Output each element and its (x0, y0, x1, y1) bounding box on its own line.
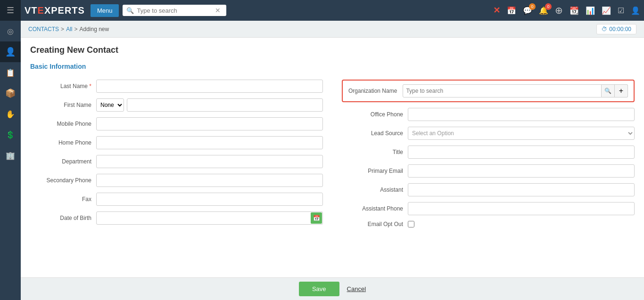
first-name-field-group: None Mr. Mrs. Ms. Dr. (96, 98, 323, 112)
department-label: Department (30, 158, 91, 165)
form-left-column: Last Name First Name None Mr. Mrs. Ms. (30, 80, 323, 227)
sidebar-item-dollar[interactable]: 💲 (0, 124, 21, 145)
bar-chart-icon[interactable]: 📊 (586, 6, 595, 15)
first-name-input[interactable] (127, 98, 323, 112)
timer-value: 00:00:00 (609, 26, 631, 32)
app-logo: VTEXPERTS (25, 5, 85, 16)
nav-search-box[interactable]: 🔍 ✕ (123, 5, 226, 16)
org-search-group: 🔍 + (403, 84, 628, 97)
sidebar-item-target[interactable]: ◎ (0, 21, 21, 41)
lead-source-select[interactable]: Select an Option Cold Call Existing Cust… (408, 127, 635, 140)
search-icon: 🔍 (126, 7, 134, 14)
dob-input[interactable] (96, 211, 323, 225)
page-footer: Save Cancel (21, 277, 644, 300)
area-chart-icon[interactable]: 📈 (602, 6, 611, 15)
breadcrumb-all[interactable]: All (66, 26, 72, 32)
mobile-phone-input[interactable] (96, 117, 323, 130)
breadcrumb-sep1: > (61, 26, 64, 32)
assistant-phone-label: Assistant Phone (342, 205, 403, 212)
first-name-label: First Name (30, 102, 91, 108)
assistant-input[interactable] (408, 183, 635, 196)
plus-icon[interactable]: ⊕ (555, 5, 563, 16)
home-phone-input[interactable] (96, 136, 323, 149)
title-label: Title (342, 149, 403, 155)
lead-source-label: Lead Source (342, 130, 403, 137)
nav-search-input[interactable] (137, 7, 212, 14)
bell-badge: 0 (545, 3, 552, 10)
sidebar-item-contacts[interactable]: 👤 (0, 41, 21, 62)
department-input[interactable] (96, 155, 323, 168)
assistant-phone-input[interactable] (408, 202, 635, 215)
office-phone-input[interactable] (408, 108, 635, 121)
section-basic-info: Basic Information (30, 63, 635, 73)
dob-row: Date of Birth 📅 (30, 211, 323, 225)
assistant-label: Assistant (342, 186, 403, 193)
calendar-icon[interactable]: 📅 (507, 6, 516, 15)
email-opt-out-label: Email Opt Out (342, 221, 403, 227)
last-name-row: Last Name (30, 80, 323, 93)
email-opt-out-checkbox[interactable] (408, 221, 414, 227)
org-search-button[interactable]: 🔍 (602, 84, 615, 97)
assistant-row: Assistant (342, 183, 635, 196)
sidebar-item-box[interactable]: 📦 (0, 83, 21, 104)
user-icon[interactable]: 👤 (631, 6, 640, 15)
page-content: Creating New Contact Basic Information L… (21, 38, 644, 300)
office-phone-label: Office Phone (342, 111, 403, 118)
sidebar: ☰ ◎ 👤 📋 📦 ✋ 💲 🏢 (0, 0, 21, 300)
menu-button[interactable]: Menu (91, 4, 119, 17)
vtiger-icon[interactable]: ✕ (493, 5, 500, 16)
sub-header: CONTACTS > All > Adding new ⏱ 00:00:00 (21, 21, 644, 38)
secondary-phone-label: Secondary Phone (30, 177, 91, 184)
breadcrumb-sep2: > (74, 26, 77, 32)
save-button[interactable]: Save (299, 282, 339, 296)
checklist-icon[interactable]: ☑ (618, 6, 624, 15)
fax-input[interactable] (96, 193, 323, 206)
calendar-picker-icon[interactable]: 📅 (311, 212, 322, 224)
breadcrumb-current: Adding new (79, 26, 109, 32)
chat-icon[interactable]: 💬 0 (523, 6, 532, 15)
org-add-button[interactable]: + (615, 84, 628, 97)
bell-icon[interactable]: 🔔 0 (539, 6, 548, 15)
secondary-phone-row: Secondary Phone (30, 174, 323, 187)
dob-label: Date of Birth (30, 215, 91, 221)
lead-source-row: Lead Source Select an Option Cold Call E… (342, 127, 635, 140)
first-name-row: First Name None Mr. Mrs. Ms. Dr. (30, 98, 323, 112)
mobile-phone-label: Mobile Phone (30, 121, 91, 127)
org-search-input[interactable] (403, 84, 602, 97)
breadcrumb: CONTACTS > All > Adding new (28, 26, 109, 32)
timer-badge: ⏱ 00:00:00 (596, 24, 636, 34)
form-right-column: Organization Name 🔍 + Office Phone (342, 80, 635, 227)
cancel-button[interactable]: Cancel (347, 285, 366, 292)
org-name-label: Organization Name (348, 88, 397, 94)
org-name-row: Organization Name 🔍 + (342, 80, 635, 102)
navbar: VTEXPERTS Menu 🔍 ✕ ✕ 📅 💬 0 (21, 0, 644, 21)
sidebar-item-hand[interactable]: ✋ (0, 104, 21, 124)
chat-badge: 0 (529, 3, 536, 10)
department-row: Department (30, 155, 323, 168)
primary-email-row: Primary Email (342, 164, 635, 178)
assistant-phone-row: Assistant Phone (342, 202, 635, 215)
last-name-input[interactable] (96, 80, 323, 93)
last-name-label: Last Name (30, 83, 91, 89)
timer-icon: ⏱ (602, 26, 607, 32)
tasks-icon[interactable]: 📆 (570, 6, 579, 15)
sidebar-item-buildings[interactable]: 🏢 (0, 145, 21, 166)
fax-row: Fax (30, 193, 323, 206)
office-phone-row: Office Phone (342, 108, 635, 121)
sidebar-item-list[interactable]: 📋 (0, 62, 21, 83)
fax-label: Fax (30, 196, 91, 203)
home-phone-label: Home Phone (30, 139, 91, 146)
mobile-phone-row: Mobile Phone (30, 117, 323, 130)
breadcrumb-module[interactable]: CONTACTS (28, 26, 59, 32)
first-name-salutation-select[interactable]: None Mr. Mrs. Ms. Dr. (96, 98, 124, 112)
primary-email-input[interactable] (408, 164, 635, 178)
email-opt-out-row: Email Opt Out (342, 221, 635, 227)
sidebar-hamburger[interactable]: ☰ (0, 0, 21, 21)
search-clear-icon[interactable]: ✕ (215, 7, 221, 14)
title-input[interactable] (408, 146, 635, 159)
primary-email-label: Primary Email (342, 168, 403, 174)
secondary-phone-input[interactable] (96, 174, 323, 187)
page-title: Creating New Contact (30, 45, 635, 55)
navbar-right: ✕ 📅 💬 0 🔔 0 ⊕ 📆 📊 📈 ☑ 👤 (493, 5, 640, 16)
title-row: Title (342, 146, 635, 159)
